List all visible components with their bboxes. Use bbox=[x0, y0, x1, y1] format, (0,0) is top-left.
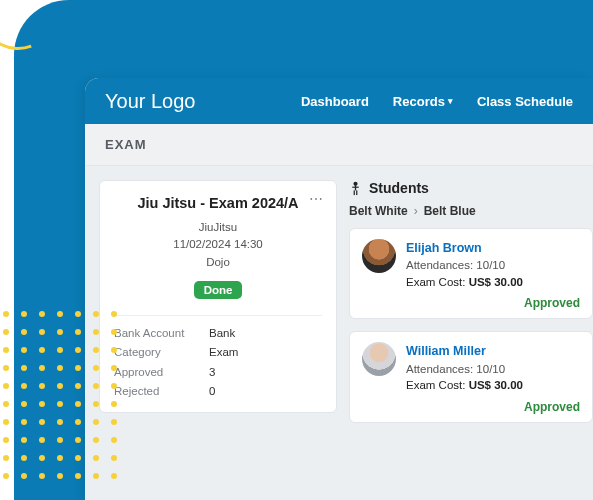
brand-logo: Your Logo bbox=[105, 90, 195, 113]
chevron-down-icon: ▾ bbox=[448, 96, 453, 106]
person-icon bbox=[349, 181, 362, 196]
svg-point-0 bbox=[353, 181, 357, 185]
row-key-rejected: Rejected bbox=[114, 382, 209, 402]
svg-rect-4 bbox=[356, 190, 357, 195]
row-val-category: Exam bbox=[209, 343, 238, 363]
students-column: Students Belt White › Belt Blue Elijah B… bbox=[349, 180, 593, 500]
nav-dashboard-label: Dashboard bbox=[301, 94, 369, 109]
breadcrumb-to[interactable]: Belt Blue bbox=[424, 204, 476, 218]
students-heading: Students bbox=[349, 180, 593, 196]
nav-class-schedule-label: Class Schedule bbox=[477, 94, 573, 109]
row-key-category: Category bbox=[114, 343, 209, 363]
table-row: Approved 3 bbox=[114, 363, 322, 383]
student-attendances: Attendances: 10/10 bbox=[406, 257, 523, 274]
chevron-right-icon: › bbox=[414, 204, 418, 218]
exam-datetime: 11/02/2024 14:30 bbox=[114, 236, 322, 253]
student-attendances: Attendances: 10/10 bbox=[406, 361, 523, 378]
student-cost: Exam Cost: US$ 30.00 bbox=[406, 377, 523, 394]
status-badge: Done bbox=[194, 281, 243, 299]
top-navbar: Your Logo Dashboard Records ▾ Class Sche… bbox=[85, 78, 593, 124]
app-window: Your Logo Dashboard Records ▾ Class Sche… bbox=[85, 78, 593, 500]
exam-card: ⋯ Jiu Jitsu - Exam 2024/A JiuJitsu 11/02… bbox=[99, 180, 337, 413]
avatar bbox=[362, 239, 396, 273]
exam-title: Jiu Jitsu - Exam 2024/A bbox=[114, 195, 322, 211]
student-cost: Exam Cost: US$ 30.00 bbox=[406, 274, 523, 291]
table-row: Bank Account Bank bbox=[114, 324, 322, 344]
row-key-approved: Approved bbox=[114, 363, 209, 383]
decorative-dots bbox=[0, 308, 120, 482]
student-name-link[interactable]: William Miller bbox=[406, 342, 523, 360]
students-heading-label: Students bbox=[369, 180, 429, 196]
student-name-link[interactable]: Elijah Brown bbox=[406, 239, 523, 257]
student-status-approved: Approved bbox=[362, 296, 580, 310]
row-val-rejected: 0 bbox=[209, 382, 215, 402]
exam-details-table: Bank Account Bank Category Exam Approved… bbox=[114, 315, 322, 402]
student-card: William Miller Attendances: 10/10 Exam C… bbox=[349, 331, 593, 422]
table-row: Rejected 0 bbox=[114, 382, 322, 402]
row-key-bank-account: Bank Account bbox=[114, 324, 209, 344]
nav-class-schedule[interactable]: Class Schedule bbox=[477, 94, 573, 109]
table-row: Category Exam bbox=[114, 343, 322, 363]
student-card: Elijah Brown Attendances: 10/10 Exam Cos… bbox=[349, 228, 593, 319]
exam-sport: JiuJitsu bbox=[114, 219, 322, 236]
svg-rect-3 bbox=[354, 190, 355, 195]
nav-records[interactable]: Records ▾ bbox=[393, 94, 453, 109]
breadcrumb: Belt White › Belt Blue bbox=[349, 204, 593, 218]
svg-rect-1 bbox=[355, 185, 356, 190]
student-status-approved: Approved bbox=[362, 400, 580, 414]
row-val-approved: 3 bbox=[209, 363, 215, 383]
avatar bbox=[362, 342, 396, 376]
exam-location: Dojo bbox=[114, 254, 322, 271]
content-area: ⋯ Jiu Jitsu - Exam 2024/A JiuJitsu 11/02… bbox=[85, 166, 593, 500]
nav-dashboard[interactable]: Dashboard bbox=[301, 94, 369, 109]
ellipsis-icon[interactable]: ⋯ bbox=[309, 191, 324, 207]
page-title-bar: EXAM bbox=[85, 124, 593, 166]
breadcrumb-from[interactable]: Belt White bbox=[349, 204, 408, 218]
nav-records-label: Records bbox=[393, 94, 445, 109]
page-title: EXAM bbox=[105, 137, 147, 152]
svg-rect-2 bbox=[352, 186, 359, 187]
row-val-bank-account: Bank bbox=[209, 324, 235, 344]
